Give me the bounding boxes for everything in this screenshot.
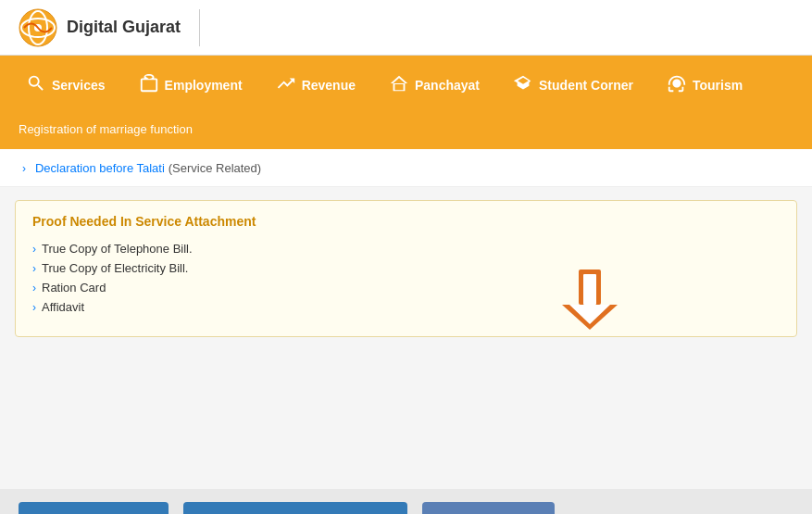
- proof-item-4: Affidavit: [42, 300, 84, 314]
- nav-student-corner[interactable]: Student Corner: [496, 56, 650, 115]
- employment-icon: [139, 73, 159, 98]
- logo-icon: [19, 8, 57, 47]
- nav-employment[interactable]: Employment: [122, 56, 259, 115]
- list-item: › True Copy of Electricity Bill.: [32, 261, 780, 275]
- nav-revenue[interactable]: Revenue: [259, 56, 372, 115]
- proof-list: › True Copy of Telephone Bill. › True Co…: [32, 242, 780, 314]
- nav-tourism[interactable]: Tourism: [650, 56, 759, 115]
- student-corner-icon: [513, 73, 533, 98]
- svg-rect-6: [583, 274, 596, 305]
- down-arrow-icon: [553, 260, 627, 334]
- chevron-icon: ›: [22, 162, 26, 175]
- logo-area: Digital Gujarat: [19, 8, 181, 47]
- proof-section: Proof Needed In Service Attachment › Tru…: [15, 200, 797, 337]
- panchayat-icon: [389, 73, 409, 98]
- list-item: › Ration Card: [32, 281, 780, 295]
- payment-terms-button[interactable]: Payment Terms & Condition: [183, 502, 407, 514]
- declaration-section: › Declaration before Talati (Service Rel…: [0, 149, 812, 187]
- declaration-link[interactable]: Declaration before Talati: [35, 161, 165, 175]
- bullet-icon: ›: [32, 262, 36, 275]
- student-corner-label: Student Corner: [539, 78, 633, 93]
- bullet-icon: ›: [32, 282, 36, 295]
- services-icon: [26, 73, 46, 98]
- employment-label: Employment: [165, 78, 243, 93]
- bullet-icon: ›: [32, 243, 36, 256]
- header-divider: [199, 9, 200, 46]
- navbar: Services Employment Revenue Panchayat: [0, 56, 812, 115]
- tourism-label: Tourism: [693, 78, 743, 93]
- proof-item-1: True Copy of Telephone Bill.: [42, 242, 193, 256]
- declaration-label: (Service Related): [169, 161, 261, 175]
- proof-title: Proof Needed In Service Attachment: [32, 214, 780, 229]
- list-item: › True Copy of Telephone Bill.: [32, 242, 780, 256]
- logo-text: Digital Gujarat: [67, 18, 181, 37]
- nav-panchayat[interactable]: Panchayat: [372, 56, 496, 115]
- tourism-icon: [667, 73, 687, 98]
- services-label: Services: [52, 78, 106, 93]
- revenue-icon: [276, 73, 296, 98]
- header: Digital Gujarat: [0, 0, 812, 56]
- panchayat-label: Panchayat: [415, 78, 480, 93]
- download-form-button[interactable]: Download Form: [19, 502, 169, 514]
- breadcrumb-text: Registration of marriage function: [19, 122, 193, 136]
- breadcrumb-bar: Registration of marriage function: [0, 115, 812, 149]
- apply-online-button[interactable]: Apply Online: [422, 502, 554, 514]
- list-item: › Affidavit: [32, 300, 780, 314]
- bullet-icon: ›: [32, 301, 36, 314]
- revenue-label: Revenue: [302, 78, 356, 93]
- bottom-bar: Download Form Payment Terms & Condition …: [0, 489, 812, 514]
- arrow-container: [553, 260, 627, 337]
- proof-item-3: Ration Card: [42, 281, 106, 295]
- proof-item-2: True Copy of Electricity Bill.: [42, 261, 188, 275]
- nav-services[interactable]: Services: [9, 56, 122, 115]
- content-wrapper: › Declaration before Talati (Service Rel…: [0, 149, 812, 514]
